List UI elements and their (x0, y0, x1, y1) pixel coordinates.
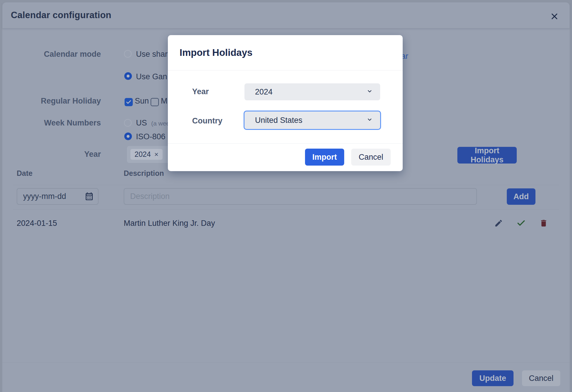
update-button[interactable]: Update (472, 370, 514, 386)
footer-divider (2, 362, 570, 362)
iso-week-radio[interactable] (124, 133, 132, 140)
footer-cancel-button[interactable]: Cancel (522, 370, 560, 386)
chevron-down-icon (367, 117, 373, 124)
remove-year-icon[interactable]: × (154, 150, 158, 159)
table-header-divider (13, 185, 559, 185)
modal-footer-divider (168, 143, 403, 144)
year-tag-value: 2024 (135, 150, 151, 159)
date-column-header: Date (17, 169, 32, 178)
input-row-divider (13, 209, 559, 210)
year-label: Year (2, 149, 101, 159)
holiday-description-cell: Martin Luther King Jr. Day (124, 219, 215, 228)
year-tag: 2024 × (130, 149, 163, 160)
shared-calendar-option-label[interactable]: Use shar (136, 49, 168, 59)
us-week-label[interactable]: US (136, 118, 147, 128)
sunday-label[interactable]: Sun (135, 96, 149, 106)
close-icon[interactable] (548, 10, 561, 23)
iso-week-label-fragment[interactable]: ISO-806 (136, 132, 166, 142)
import-holidays-button[interactable]: Import Holidays (457, 147, 517, 164)
edit-icon[interactable] (494, 218, 504, 228)
add-holiday-button[interactable]: Add (507, 188, 535, 205)
delete-icon[interactable] (539, 218, 549, 228)
us-week-note-fragment: (a wee (151, 120, 170, 127)
dialog-header: Calendar configuration (2, 2, 570, 28)
modal-header: Import Holidays (168, 35, 403, 71)
gantt-calendar-radio[interactable] (124, 72, 132, 80)
country-select-value: United States (255, 116, 302, 125)
modal-import-button[interactable]: Import (305, 149, 344, 166)
description-column-header: Description (124, 169, 164, 178)
description-input[interactable] (124, 188, 477, 205)
modal-title: Import Holidays (180, 47, 252, 58)
regular-holiday-label: Regular Holiday (2, 96, 101, 106)
gantt-calendar-option-label[interactable]: Use Gan (136, 72, 167, 82)
calendar-mode-label: Calendar mode (2, 49, 101, 59)
sunday-checkbox[interactable] (125, 98, 133, 106)
country-select[interactable]: United States (244, 111, 381, 130)
monday-checkbox[interactable] (151, 98, 159, 106)
page-title: Calendar configuration (11, 10, 111, 20)
confirm-icon[interactable] (516, 218, 526, 228)
monday-label-fragment[interactable]: M (161, 96, 168, 106)
modal-year-label: Year (192, 87, 209, 96)
year-select[interactable]: 2024 (244, 83, 380, 100)
date-input-wrapper (17, 188, 99, 205)
modal-country-label: Country (192, 116, 223, 125)
holiday-date-cell: 2024-01-15 (17, 219, 57, 228)
import-holidays-modal: Import Holidays Year 2024 Country United… (168, 35, 403, 171)
modal-cancel-button[interactable]: Cancel (351, 149, 391, 166)
us-week-radio[interactable] (124, 119, 132, 127)
year-select-value: 2024 (255, 87, 273, 97)
date-input[interactable] (17, 188, 99, 205)
shared-calendar-radio[interactable] (124, 50, 132, 58)
chevron-down-icon (367, 88, 373, 95)
week-numbers-label: Week Numbers (2, 118, 101, 128)
